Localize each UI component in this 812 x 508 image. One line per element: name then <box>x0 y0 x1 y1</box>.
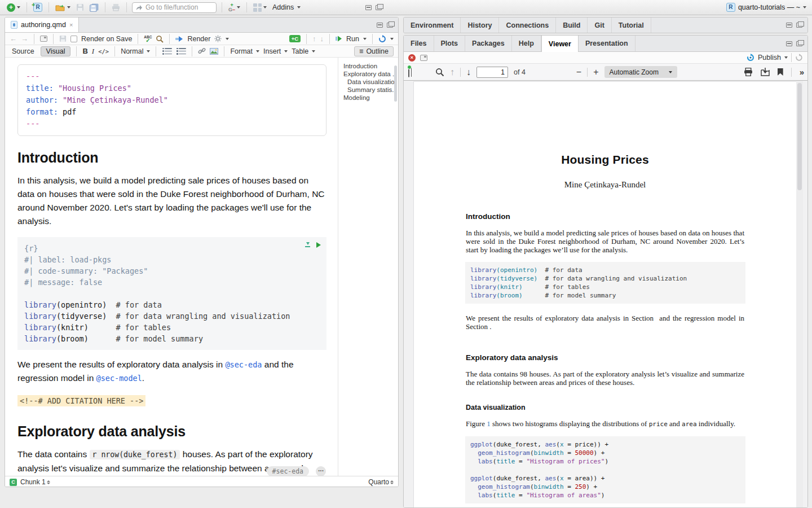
spellcheck-icon[interactable]: ABC✓ <box>144 36 152 42</box>
tab-history[interactable]: History <box>461 17 499 33</box>
visual-mode-button[interactable]: Visual <box>41 46 71 56</box>
workspace-panes-button[interactable] <box>252 3 268 12</box>
run-icon <box>336 36 342 42</box>
run-chunk-icon[interactable] <box>316 242 321 248</box>
goto-file-input[interactable]: Go to file/function <box>132 2 217 13</box>
project-selector[interactable]: R quarto-tutorials — ~ <box>726 3 806 12</box>
pdf-sidebar-toggle[interactable] <box>408 67 409 77</box>
render-settings-gear-icon[interactable] <box>214 35 222 42</box>
yaml-metadata-block[interactable]: ---title: "Housing Prices"author: "Mine … <box>17 64 326 136</box>
outline-toggle-button[interactable]: ≡Outline <box>354 46 394 56</box>
minimize-pane-icon[interactable] <box>377 23 383 28</box>
outline-item-exploratory-data[interactable]: Exploratory data ... <box>343 70 397 78</box>
outline-item-summary-statis[interactable]: Summary statis... <box>343 86 397 94</box>
new-file-button[interactable]: + <box>6 3 21 12</box>
pane-maximize-icon[interactable] <box>796 23 802 28</box>
table-menu[interactable]: Table <box>292 47 315 55</box>
pdf-search-icon[interactable] <box>435 68 444 77</box>
pdf-zoom-in-icon[interactable]: + <box>593 67 598 77</box>
pdf-download-icon[interactable] <box>761 68 770 76</box>
open-folder-icon <box>55 4 65 11</box>
save-doc-icon[interactable] <box>59 35 67 42</box>
numbered-list-icon[interactable] <box>179 48 186 54</box>
table-label: Table <box>292 47 308 55</box>
image-icon[interactable] <box>210 48 218 55</box>
source-refresh-icon[interactable] <box>378 35 386 43</box>
pane-minimize-icon[interactable] <box>786 23 792 28</box>
insert-chunk-icon[interactable]: +C <box>289 35 301 42</box>
heading-introduction: Introduction <box>17 150 331 166</box>
pdf-more-tools-icon[interactable]: » <box>800 67 803 77</box>
print-button[interactable] <box>111 3 121 12</box>
viewer-refresh-icon[interactable] <box>795 54 803 62</box>
pdf-scrollbar[interactable] <box>796 81 803 508</box>
tab-git[interactable]: Git <box>588 17 611 33</box>
chunk-navigator[interactable]: Chunk 1 <box>20 478 50 486</box>
outline-item-introduction[interactable]: Introduction <box>343 62 397 70</box>
tab-authoring-qmd[interactable]: authoring.qmd × <box>5 17 79 32</box>
render-button[interactable]: Render <box>187 35 210 43</box>
pdf-scrollbar-thumb[interactable] <box>797 83 802 190</box>
editor-scrollbar-thumb[interactable] <box>394 65 397 102</box>
pane-minimize-icon[interactable] <box>786 41 792 46</box>
italic-button[interactable]: I <box>92 47 94 56</box>
html-comment-block[interactable]: <!--# ADD CITATION HERE --> <box>17 395 145 406</box>
publish-button[interactable]: Publish <box>758 54 781 62</box>
back-icon[interactable]: ← <box>10 34 17 43</box>
forward-icon[interactable]: → <box>21 34 28 43</box>
source-mode-button[interactable]: Source <box>10 47 37 55</box>
tab-presentation[interactable]: Presentation <box>579 36 636 51</box>
doc-format-selector[interactable]: Quarto <box>368 478 394 486</box>
code-chunk-load-pkgs[interactable]: {r}#| label: load-pkgs#| code-summary: "… <box>17 237 326 350</box>
tab-files[interactable]: Files <box>404 36 434 51</box>
tab-environment[interactable]: Environment <box>404 17 461 33</box>
run-button[interactable]: Run <box>346 35 359 43</box>
link-icon[interactable] <box>198 47 206 55</box>
open-in-new-window-icon[interactable] <box>40 36 47 42</box>
tab-plots[interactable]: Plots <box>434 36 466 51</box>
pane-maximize-icon[interactable] <box>796 41 802 46</box>
outline-item-data-visualization[interactable]: Data visualization <box>343 78 397 86</box>
paragraph-style-label: Normal <box>121 47 143 55</box>
render-on-save-checkbox[interactable] <box>70 36 77 42</box>
run-next-icon[interactable]: ↓ <box>320 34 324 43</box>
new-project-button[interactable]: +R <box>32 2 43 12</box>
tab-help[interactable]: Help <box>512 36 541 51</box>
tab-connections[interactable]: Connections <box>499 17 556 33</box>
console-maximize-icon[interactable] <box>376 5 382 10</box>
tab-viewer[interactable]: Viewer <box>541 36 579 52</box>
outline-item-modeling[interactable]: Modeling <box>343 94 397 102</box>
version-control-button[interactable]: +G– <box>227 2 241 12</box>
pdf-zoom-out-icon[interactable]: − <box>576 67 581 77</box>
console-minimize-icon[interactable] <box>365 5 372 10</box>
find-icon[interactable] <box>156 35 164 43</box>
format-menu[interactable]: Format <box>230 47 259 55</box>
tab-tutorial[interactable]: Tutorial <box>612 17 651 33</box>
pdf-print-icon[interactable] <box>744 68 753 76</box>
viewer-clear-icon[interactable]: × <box>408 54 416 62</box>
section-options-button[interactable]: ... <box>316 466 326 476</box>
paragraph-style-dropdown[interactable]: Normal <box>121 47 150 55</box>
pdf-prev-page-icon[interactable]: ↑ <box>450 67 454 77</box>
insert-menu[interactable]: Insert <box>263 47 288 55</box>
close-tab-icon[interactable]: × <box>69 21 73 28</box>
tab-packages[interactable]: Packages <box>465 36 512 51</box>
save-all-button[interactable] <box>89 3 100 12</box>
run-all-above-icon[interactable] <box>305 242 311 248</box>
viewer-popout-icon[interactable] <box>420 55 427 61</box>
code-format-button[interactable]: </> <box>98 48 109 55</box>
tab-build[interactable]: Build <box>556 17 588 33</box>
bullet-list-icon[interactable] <box>165 48 172 54</box>
maximize-pane-icon[interactable] <box>387 23 393 28</box>
bold-button[interactable]: B <box>82 47 87 55</box>
pdf-viewer-area[interactable]: Housing Prices Mine Çetinkaya-Rundel Int… <box>404 81 807 508</box>
run-previous-icon[interactable]: ↑ <box>312 34 316 43</box>
addins-button[interactable]: Addins <box>271 3 302 12</box>
pdf-bookmark-icon[interactable] <box>778 68 783 76</box>
visual-editor-document[interactable]: ---title: "Housing Prices"author: "Mine … <box>5 58 398 476</box>
save-button[interactable] <box>75 3 85 12</box>
pdf-page-input[interactable] <box>476 67 508 78</box>
pdf-next-page-icon[interactable]: ↓ <box>466 67 471 77</box>
open-file-button[interactable] <box>54 3 72 12</box>
pdf-zoom-select[interactable]: Automatic Zoom <box>604 66 677 78</box>
